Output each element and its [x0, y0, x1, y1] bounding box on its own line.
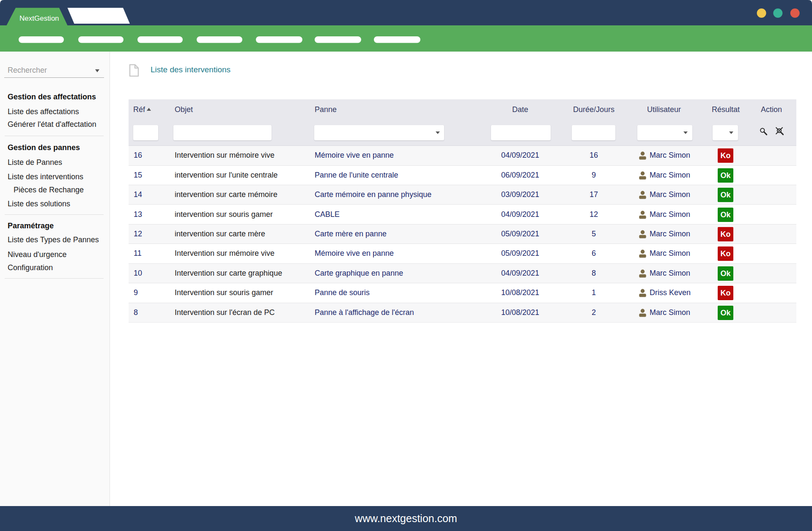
svg-text:NextGestion: NextGestion — [19, 14, 59, 22]
